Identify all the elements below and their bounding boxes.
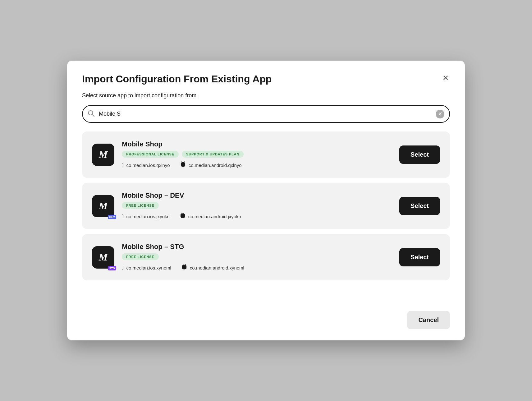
modal-dialog: Import Configuration From Existing App ✕… [67,61,465,340]
ios-id-mobile-shop-dev:  co.median.ios.jxyokn [122,213,170,220]
clear-search-button[interactable]: ✕ [436,110,444,118]
logo-letter-stg: M [99,251,108,263]
android-icon-dev [180,213,186,220]
modal-title: Import Configuration From Existing App [82,73,272,85]
logo-letter-dev: M [99,200,108,212]
stg-badge: STG [108,266,116,270]
modal-header: Import Configuration From Existing App ✕ [67,61,465,92]
app-ids-mobile-shop-dev:  co.median.ios.jxyokn co.median.android… [122,213,392,220]
android-id-text-stg: co.median.android.xyneml [190,265,244,270]
ios-id-mobile-shop:  co.median.ios.qxlnyo [122,162,170,168]
select-button-mobile-shop[interactable]: Select [399,145,440,164]
app-list: M Mobile Shop PROFESSIONAL LICENSE SUPPO… [82,131,450,280]
app-logo-mobile-shop-stg: M STG [92,246,114,269]
app-ids-mobile-shop-stg:  co.median.ios.xyneml co.median.android… [122,264,392,272]
ios-id-text-dev: co.median.ios.jxyokn [126,214,170,219]
ios-icon-stg:  [122,265,124,271]
android-id-text-dev: co.median.android.jxyokn [188,214,241,219]
app-info-mobile-shop: Mobile Shop PROFESSIONAL LICENSE SUPPORT… [122,140,392,169]
badge-support-updates: SUPPORT & UPDATES PLAN [182,151,244,158]
android-id-mobile-shop: co.median.android.qxlnyo [180,161,242,169]
clear-icon: ✕ [438,112,442,117]
android-icon-stg [181,264,187,272]
app-ids-mobile-shop:  co.median.ios.qxlnyo co.median.android… [122,161,392,169]
search-container: ✕ [82,105,450,123]
ios-icon:  [122,162,124,168]
ios-icon-dev:  [122,213,124,220]
subtitle: Select source app to import configuratio… [82,92,450,99]
app-name-mobile-shop-dev: Mobile Shop – DEV [122,191,392,200]
app-logo-mobile-shop: M [92,144,114,166]
app-badges-mobile-shop: PROFESSIONAL LICENSE SUPPORT & UPDATES P… [122,151,392,158]
app-card-mobile-shop-dev: M DEV Mobile Shop – DEV FREE LICENSE  c… [82,183,450,229]
badge-free-license-stg: FREE LICENSE [122,253,159,260]
ios-id-text: co.median.ios.qxlnyo [126,163,170,168]
app-info-mobile-shop-dev: Mobile Shop – DEV FREE LICENSE  co.medi… [122,191,392,220]
close-button[interactable]: ✕ [441,73,450,83]
select-button-mobile-shop-dev[interactable]: Select [399,197,440,215]
dev-badge: DEV [108,215,116,219]
android-id-mobile-shop-stg: co.median.android.xyneml [181,264,244,272]
search-input[interactable] [82,105,450,123]
app-card-mobile-shop-stg: M STG Mobile Shop – STG FREE LICENSE  c… [82,234,450,280]
app-info-mobile-shop-stg: Mobile Shop – STG FREE LICENSE  co.medi… [122,243,392,272]
android-icon [180,161,186,169]
android-id-text: co.median.android.qxlnyo [189,163,242,168]
badge-free-license-dev: FREE LICENSE [122,202,159,209]
ios-id-mobile-shop-stg:  co.median.ios.xyneml [122,265,171,271]
modal-footer: Cancel [67,303,465,340]
app-logo-mobile-shop-dev: M DEV [92,195,114,217]
app-card-mobile-shop: M Mobile Shop PROFESSIONAL LICENSE SUPPO… [82,131,450,178]
select-button-mobile-shop-stg[interactable]: Select [399,248,440,266]
app-badges-mobile-shop-stg: FREE LICENSE [122,253,392,260]
ios-id-text-stg: co.median.ios.xyneml [126,265,171,270]
app-name-mobile-shop-stg: Mobile Shop – STG [122,243,392,251]
badge-professional-license: PROFESSIONAL LICENSE [122,151,179,158]
close-icon: ✕ [443,74,449,82]
app-name-mobile-shop: Mobile Shop [122,140,392,148]
cancel-button[interactable]: Cancel [407,311,450,329]
modal-body: Select source app to import configuratio… [67,92,465,303]
logo-letter: M [99,149,108,160]
android-id-mobile-shop-dev: co.median.android.jxyokn [180,213,241,220]
app-badges-mobile-shop-dev: FREE LICENSE [122,202,392,209]
